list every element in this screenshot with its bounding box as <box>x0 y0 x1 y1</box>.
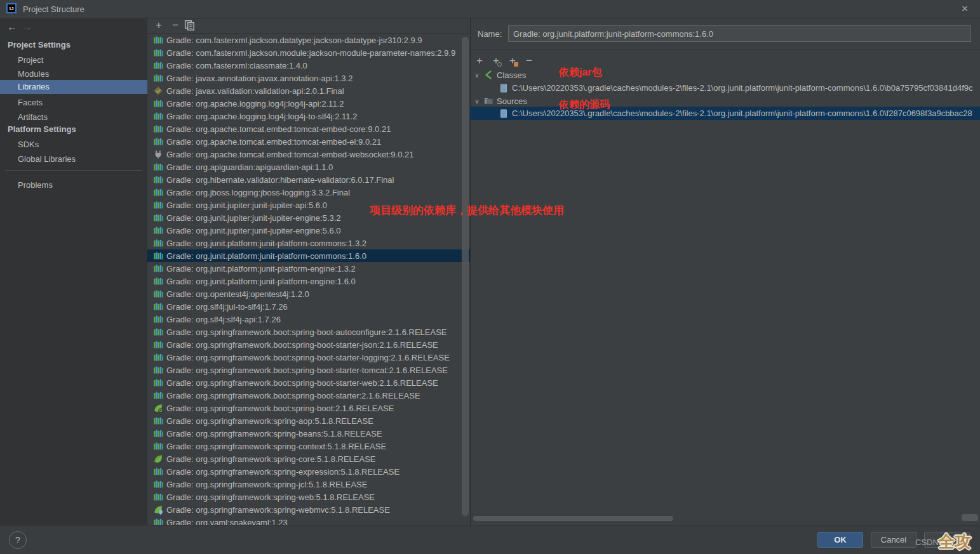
annotation-library-list: 项目级别的依赖库，提供给其他模块使用 <box>370 203 564 218</box>
cancel-button[interactable]: Cancel <box>871 532 916 548</box>
library-list-item[interactable]: Gradle: org.junit.platform:junit-platfor… <box>147 262 470 275</box>
remove-library-icon[interactable]: − <box>169 19 182 32</box>
library-icon <box>153 124 163 134</box>
library-list-item[interactable]: Gradle: org.springframework.boot:spring-… <box>147 351 470 364</box>
add-from-url-icon[interactable]: + <box>489 55 503 67</box>
classes-icon <box>483 70 493 80</box>
sources-node[interactable]: ∨ Sources <box>473 95 527 107</box>
library-list-item[interactable]: Gradle: org.springframework:spring-beans… <box>147 427 470 440</box>
library-item-label: Gradle: org.springframework.boot:spring-… <box>166 404 394 413</box>
library-icon <box>153 479 163 489</box>
library-item-label: Gradle: org.apache.tomcat.embed:tomcat-e… <box>166 150 414 159</box>
library-item-label: Gradle: org.hibernate.validator:hibernat… <box>166 175 394 185</box>
library-list-item[interactable]: Gradle: org.yaml:snakeyaml:1.23 <box>147 516 470 525</box>
library-item-label: Gradle: org.slf4j:slf4j-api:1.7.26 <box>166 315 281 324</box>
library-list-item[interactable]: Gradle: org.springframework:spring-web:5… <box>147 491 470 503</box>
library-icon <box>153 187 163 197</box>
back-arrow-icon[interactable]: ← <box>5 20 19 34</box>
library-item-label: Gradle: org.springframework:spring-aop:5… <box>166 416 373 426</box>
sidebar-item-sdks[interactable]: SDKs <box>0 138 147 152</box>
library-list-item[interactable]: Gradle: org.springframework.boot:spring-… <box>147 389 470 402</box>
library-icon <box>153 365 163 375</box>
classes-path-row[interactable]: C:\Users\20220353\.gradle\caches\modules… <box>470 81 980 95</box>
library-list-item[interactable]: Gradle: org.springframework.boot:spring-… <box>147 338 470 351</box>
watermark-prefix: CSDN <box>915 538 939 547</box>
library-list-item[interactable]: Gradle: org.apache.logging.log4j:log4j-a… <box>147 97 470 110</box>
library-icon <box>153 238 163 248</box>
chevron-down-icon[interactable]: ∨ <box>473 72 481 79</box>
library-list-item[interactable]: Gradle: org.junit.platform:junit-platfor… <box>147 275 470 287</box>
horizontal-scrollbar[interactable] <box>473 516 673 521</box>
library-list-item[interactable]: Gradle: org.slf4j:slf4j-api:1.7.26 <box>147 313 470 326</box>
library-icon <box>153 48 163 58</box>
library-list-item[interactable]: Gradle: com.fasterxml:classmate:1.4.0 <box>147 59 470 72</box>
library-list-item[interactable]: Gradle: org.apache.logging.log4j:log4j-t… <box>147 110 470 122</box>
library-list-item[interactable]: Gradle: org.springframework.boot:spring-… <box>147 364 470 376</box>
plug-icon <box>153 149 163 159</box>
sources-path-row[interactable]: C:\Users\20220353\.gradle\caches\modules… <box>470 107 980 120</box>
attachment-toolbar: + + + − <box>473 55 555 67</box>
library-item-label: Gradle: org.opentest4j:opentest4j:1.2.0 <box>166 289 309 299</box>
library-list-item[interactable]: Gradle: org.hibernate.validator:hibernat… <box>147 173 470 186</box>
library-list-item[interactable]: Gradle: org.springframework:spring-jcl:5… <box>147 478 470 491</box>
chevron-down-icon[interactable]: ∨ <box>473 98 481 105</box>
library-list-item[interactable]: Gradle: org.junit.platform:junit-platfor… <box>147 249 470 262</box>
close-icon[interactable]: × <box>955 1 974 16</box>
library-list-item[interactable]: Gradle: org.springframework.boot:spring-… <box>147 326 470 338</box>
library-icon <box>153 251 163 261</box>
library-icon <box>153 466 163 477</box>
library-list-item[interactable]: Gradle: org.jboss.logging:jboss-logging:… <box>147 186 470 199</box>
library-icon <box>153 111 163 121</box>
library-item-label: Gradle: org.junit.jupiter:junit-jupiter-… <box>166 213 341 223</box>
library-list-item[interactable]: Gradle: org.apache.tomcat.embed:tomcat-e… <box>147 135 470 148</box>
library-icon <box>153 441 163 451</box>
library-item-label: Gradle: org.springframework:spring-core:… <box>166 454 375 464</box>
library-list-item[interactable]: Gradle: javax.annotation:javax.annotatio… <box>147 72 470 84</box>
library-list-item[interactable]: Gradle: org.springframework:spring-core:… <box>147 452 470 465</box>
sidebar-item-facets[interactable]: Facets <box>0 96 147 110</box>
library-list-item[interactable]: Gradle: org.opentest4j:opentest4j:1.2.0 <box>147 287 470 300</box>
platform-settings-header: Platform Settings <box>8 124 76 134</box>
library-list-item[interactable]: Gradle: org.apache.tomcat.embed:tomcat-e… <box>147 148 470 161</box>
library-list-item[interactable]: Gradle: org.springframework.boot:spring-… <box>147 376 470 389</box>
library-list-item[interactable]: Gradle: org.slf4j:jul-to-slf4j:1.7.26 <box>147 300 470 313</box>
library-icon <box>153 352 163 362</box>
library-list-item[interactable]: Gradle: org.springframework:spring-conte… <box>147 440 470 452</box>
library-item-label: Gradle: org.apache.logging.log4j:log4j-t… <box>166 112 357 121</box>
add-attachment-icon[interactable]: + <box>473 55 487 67</box>
library-list-item[interactable]: Gradle: org.apache.tomcat.embed:tomcat-e… <box>147 122 470 135</box>
sidebar-item-global-libraries[interactable]: Global Libraries <box>0 152 147 166</box>
add-jar-directory-icon[interactable]: + <box>506 55 520 67</box>
scrollbar-thumb[interactable] <box>962 514 978 521</box>
sidebar-item-artifacts[interactable]: Artifacts <box>0 110 147 124</box>
sidebar-item-project[interactable]: Project <box>0 53 147 67</box>
vertical-scrollbar[interactable] <box>462 37 469 516</box>
name-input[interactable] <box>508 25 971 42</box>
library-list-item[interactable]: Gradle: org.apiguardian:apiguardian-api:… <box>147 161 470 173</box>
library-list-item[interactable]: Gradle: javax.validation:validation-api:… <box>147 84 470 97</box>
library-list-item[interactable]: Gradle: com.fasterxml.jackson.module:jac… <box>147 46 470 59</box>
help-icon[interactable]: ? <box>9 531 27 549</box>
remove-attachment-icon[interactable]: − <box>522 55 536 67</box>
copy-icon[interactable] <box>184 20 196 31</box>
library-list-item[interactable]: Gradle: com.fasterxml.jackson.datatype:j… <box>147 34 470 46</box>
library-item-label: Gradle: org.springframework:spring-beans… <box>166 429 382 439</box>
library-list-item[interactable]: Gradle: org.junit.jupiter:junit-jupiter-… <box>147 224 470 237</box>
classes-node[interactable]: ∨ Classes <box>473 69 526 81</box>
sources-label: Sources <box>497 96 527 106</box>
library-item-label: Gradle: org.springframework:spring-jcl:5… <box>166 480 367 489</box>
library-icon <box>153 200 163 210</box>
library-item-label: Gradle: org.junit.platform:junit-platfor… <box>166 251 366 261</box>
library-list-item[interactable]: Gradle: org.junit.platform:junit-platfor… <box>147 237 470 249</box>
library-list-item[interactable]: Gradle: org.springframework:spring-aop:5… <box>147 414 470 427</box>
ok-button[interactable]: OK <box>817 532 863 548</box>
library-list-item[interactable]: Gradle: org.springframework:spring-expre… <box>147 465 470 478</box>
sidebar-item-libraries[interactable]: Libraries <box>0 80 147 94</box>
library-list-item[interactable]: Gradle: org.springframework:spring-webmv… <box>147 503 470 516</box>
library-list-item[interactable]: Gradle: org.springframework.boot:spring-… <box>147 402 470 414</box>
library-item-label: Gradle: org.junit.jupiter:junit-jupiter-… <box>166 226 341 235</box>
sidebar-item-modules[interactable]: Modules <box>0 67 147 81</box>
add-library-icon[interactable]: + <box>152 19 165 32</box>
annotation-classes-jar: 依赖jar包 <box>559 66 602 79</box>
sidebar-item-problems[interactable]: Problems <box>0 178 147 192</box>
